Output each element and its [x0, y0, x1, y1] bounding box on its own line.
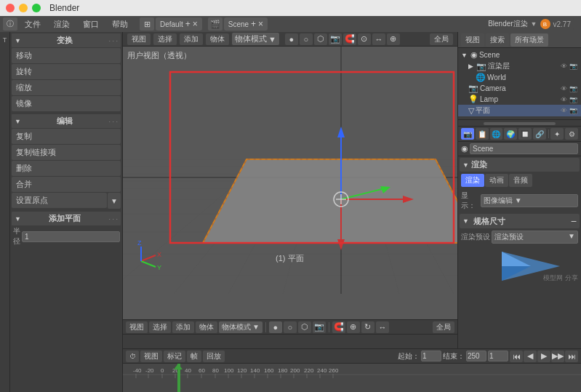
play-btn[interactable]: ▶	[537, 351, 550, 362]
tree-world[interactable]: 🌐 World	[458, 72, 581, 83]
all-scenes-tab[interactable]: 所有场景	[510, 33, 548, 47]
timeline-icon[interactable]: ⏱	[126, 351, 139, 362]
viewport-canvas[interactable]: X Y Z (1) 平面	[123, 47, 457, 319]
last-frame-btn[interactable]: ⏭	[565, 351, 578, 362]
mesh-icon[interactable]: ⬡	[314, 33, 327, 45]
start-frame-input[interactable]	[421, 351, 441, 361]
viewport-mode-dropdown[interactable]: 物体模式 ▼	[232, 33, 279, 45]
viewport-object-btn[interactable]: 物体	[206, 33, 229, 45]
menu-help[interactable]: 帮助	[106, 17, 134, 31]
constraints-btn[interactable]: 🔗	[533, 128, 546, 140]
render-layers-btn[interactable]: 📋	[476, 128, 489, 140]
end-frame-input[interactable]	[466, 351, 486, 361]
render-tab-audio[interactable]: 音频	[509, 174, 532, 187]
add-plane-section-header[interactable]: ▼ 添加平面 · · ·	[12, 212, 121, 225]
view-tab[interactable]: 视图	[461, 33, 484, 47]
viewport-view-btn[interactable]: 视图	[127, 33, 151, 45]
tree-plane[interactable]: ▽ 平面 👁 📷	[458, 105, 581, 116]
viewport-add-btn[interactable]: 添加	[180, 33, 203, 45]
physics-btn[interactable]: ⚙	[565, 128, 578, 140]
chevron-down-icon[interactable]: ▼	[531, 20, 537, 28]
mirror-button[interactable]: 镜像	[12, 96, 121, 111]
scrollbar-thumb[interactable]	[484, 122, 556, 125]
camera-render-btn[interactable]: 📷	[461, 128, 474, 140]
camera-render-icon[interactable]: 📷	[569, 85, 578, 92]
tree-camera[interactable]: 📷 Camera 👁 📷	[458, 83, 581, 94]
info-icon-btn[interactable]: ⓘ	[3, 17, 17, 31]
scene-name-field[interactable]	[470, 143, 578, 154]
circle-shading-icon[interactable]: ○	[284, 321, 297, 333]
first-frame-btn[interactable]: ⏮	[510, 351, 523, 362]
tree-render-layer[interactable]: ▶ 📷 渲染层 👁 📷	[458, 60, 581, 72]
maximize-traffic-light[interactable]	[32, 4, 41, 12]
plane-render-icon[interactable]: 📷	[569, 107, 578, 114]
tree-lamp[interactable]: 💡 Lamp 👁 📷	[458, 94, 581, 105]
display-value[interactable]: 图像编辑 ▼	[481, 194, 578, 207]
menu-render[interactable]: 渲染	[48, 17, 76, 31]
tree-scene[interactable]: ▼ ◉ Scene	[458, 49, 581, 60]
menu-window[interactable]: 窗口	[77, 17, 105, 31]
manipulator-icon[interactable]: ⊕	[387, 33, 400, 45]
layout-icon[interactable]: ⊞	[140, 17, 154, 31]
snap-btn[interactable]: 🧲	[332, 321, 345, 333]
rot-icon[interactable]: ↻	[361, 321, 374, 333]
timeline-view-btn[interactable]: 视图	[140, 351, 162, 362]
close-traffic-light[interactable]	[6, 4, 15, 12]
render-layer-render-icon[interactable]: 📷	[569, 63, 578, 70]
mode-dropdown[interactable]: 物体模式 ▼	[219, 321, 263, 333]
wire-shading-icon[interactable]: ⬡	[298, 321, 311, 333]
timeline-playback-btn[interactable]: 回放	[203, 351, 225, 362]
select-btn[interactable]: 选择	[149, 321, 171, 333]
current-frame-input[interactable]	[488, 351, 508, 361]
dot-shading-icon[interactable]: ●	[269, 321, 282, 333]
scale-button[interactable]: 缩放	[12, 80, 121, 95]
object-render-btn[interactable]: 🔲	[518, 128, 532, 140]
render-tab-render[interactable]: 渲染	[461, 174, 484, 187]
paste-linked-button[interactable]: 复制链接项	[12, 145, 121, 160]
circle-icon[interactable]: ○	[300, 33, 313, 45]
render-layer-eye-icon[interactable]: 👁	[560, 63, 568, 70]
timeline-track[interactable]: -40 -20 0 20 40 60 80 100	[123, 364, 581, 392]
particles-btn[interactable]: ✦	[550, 128, 564, 140]
object-btn[interactable]: 物体	[196, 321, 217, 333]
global-btn[interactable]: 全局	[430, 33, 453, 45]
resolution-minus-icon[interactable]: −	[571, 215, 577, 227]
scene-selector[interactable]: Scene + ×	[224, 17, 268, 31]
add-btn[interactable]: 添加	[172, 321, 194, 333]
timeline-frame-btn[interactable]: 帧	[187, 351, 201, 362]
set-origin-arrow-btn[interactable]: ▼	[108, 193, 121, 209]
render-tab-anim[interactable]: 动画	[485, 174, 508, 187]
add-layout-btn[interactable]: +	[185, 19, 191, 29]
scene-icon[interactable]: 🎬	[208, 17, 223, 31]
render-section-header[interactable]: ▼ 渲染	[460, 158, 580, 172]
close-layout-btn[interactable]: ×	[193, 19, 198, 29]
move-icon[interactable]: ↔	[376, 321, 389, 333]
search-tab[interactable]: 搜索	[486, 33, 509, 47]
world-render-btn[interactable]: 🌍	[504, 128, 517, 140]
transform-icon[interactable]: ↔	[372, 33, 385, 45]
join-button[interactable]: 合并	[12, 177, 121, 192]
next-frame-btn[interactable]: ▶▶	[551, 351, 564, 362]
set-origin-button[interactable]: 设置原点	[12, 193, 107, 208]
close-scene-btn[interactable]: ×	[258, 19, 263, 29]
viewport-select-btn[interactable]: 选择	[153, 33, 177, 45]
render-preset-dropdown[interactable]: 渲染预设 ▼	[492, 231, 578, 244]
view-btn[interactable]: 视图	[126, 321, 148, 333]
lamp-eye-icon[interactable]: 👁	[560, 96, 568, 103]
camera-eye-icon[interactable]: 👁	[560, 85, 568, 92]
proportional-icon[interactable]: ⊙	[358, 33, 371, 45]
toolbar-toggle-btn[interactable]: T	[1, 35, 9, 45]
camera-view-icon[interactable]: 📷	[329, 33, 342, 45]
global-btn2[interactable]: 全局	[433, 321, 454, 333]
rotate-button[interactable]: 旋转	[12, 64, 121, 79]
mirror-btn2[interactable]: ⊕	[347, 321, 360, 333]
prev-frame-btn[interactable]: ◀	[524, 351, 537, 362]
plane-eye-icon[interactable]: 👁	[560, 107, 568, 114]
snap-icon[interactable]: 🧲	[343, 33, 356, 45]
timeline-marker-btn[interactable]: 标记	[164, 351, 185, 362]
transform-section-header[interactable]: ▼ 变换 · · ·	[12, 33, 121, 47]
minimize-traffic-light[interactable]	[19, 4, 28, 12]
move-button[interactable]: 移动	[12, 48, 121, 63]
edit-section-header[interactable]: ▼ 编辑 · · ·	[12, 114, 121, 128]
scene-render-btn[interactable]: 🌐	[490, 128, 503, 140]
